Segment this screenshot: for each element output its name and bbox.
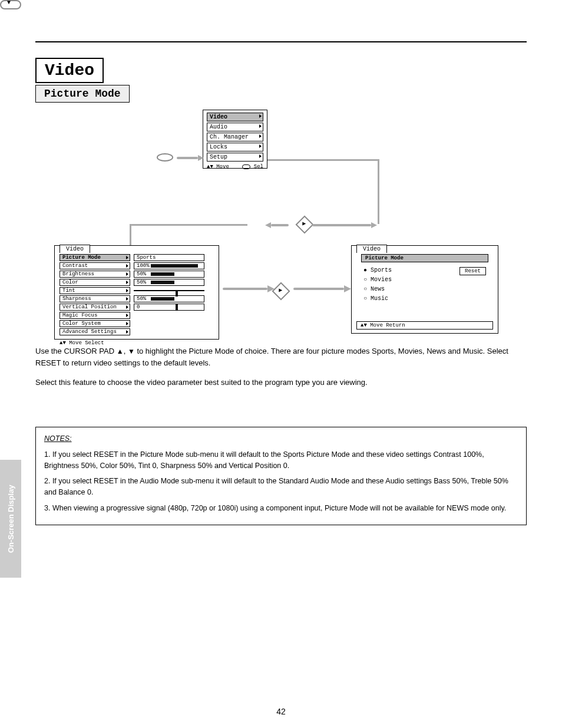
- connector-line: [267, 159, 379, 224]
- option-music[interactable]: Music: [363, 294, 392, 304]
- video-value: 50%: [134, 295, 204, 302]
- tab-video: Video: [59, 245, 90, 253]
- video-setting-color-system[interactable]: Color System: [59, 320, 130, 327]
- page-number: 42: [276, 707, 286, 716]
- video-value: 100%: [134, 262, 204, 269]
- video-setting-picture-mode[interactable]: Picture Mode: [59, 254, 130, 261]
- connector-line: [130, 224, 247, 245]
- top-rule: [35, 41, 527, 42]
- video-value: 50%: [134, 271, 204, 278]
- tab-video: Video: [356, 245, 387, 253]
- video-setting-vertical-position[interactable]: Vertical Position: [59, 304, 130, 311]
- sel-icon: [242, 164, 250, 169]
- video-value: 0: [134, 304, 204, 311]
- menu-item-video[interactable]: Video: [207, 113, 263, 121]
- submenu-title: Picture Mode: [361, 254, 488, 262]
- body-text: Use the CURSOR PAD ▲, ▼ to highlight the…: [35, 345, 527, 397]
- down-arrow-icon: ▼: [128, 347, 135, 355]
- submenu-options: Sports Movies News Music: [363, 266, 392, 304]
- description-line: Select this feature to choose the video …: [35, 377, 527, 388]
- note-1: 1. If you select RESET in the Picture Mo…: [44, 449, 518, 472]
- notes-heading: NOTES:: [44, 434, 72, 443]
- section-subtitle: Picture Mode: [35, 85, 130, 103]
- option-sports[interactable]: Sports: [363, 266, 392, 275]
- video-setting-brightness[interactable]: Brightness: [59, 271, 130, 278]
- footer-move: Move: [216, 164, 229, 170]
- side-tab-label: On-Screen Display: [0, 460, 21, 578]
- option-news[interactable]: News: [363, 285, 392, 294]
- menu-footer: ▲▼ Move Sel: [207, 163, 263, 170]
- menu-item-ch-manager[interactable]: Ch. Manager: [207, 133, 263, 141]
- cursor-down-icon: [0, 0, 21, 9]
- note-3: 3. When viewing a progressive signal (48…: [44, 503, 518, 514]
- video-setting-advanced-settings[interactable]: Advanced Settings: [59, 328, 130, 335]
- up-arrow-icon: ▲: [117, 347, 124, 355]
- notes-box: NOTES: 1. If you select RESET in the Pic…: [35, 427, 527, 525]
- menu-item-setup[interactable]: Setup: [207, 153, 263, 162]
- osd-main-menu: Video Audio Ch. Manager Locks Setup ▲▼ M…: [203, 110, 267, 169]
- video-value: Sports: [134, 254, 204, 261]
- video-setting-color[interactable]: Color: [59, 279, 130, 286]
- menu-item-audio[interactable]: Audio: [207, 123, 263, 131]
- video-setting-tint[interactable]: Tint: [59, 287, 130, 294]
- reset-button[interactable]: Reset: [459, 267, 486, 275]
- section-title: Video: [35, 58, 104, 83]
- menu-footer: ▲▼ Move Return: [356, 321, 493, 330]
- video-value: [134, 290, 204, 291]
- footer-sel: Sel: [254, 164, 263, 170]
- video-value: 50%: [134, 279, 204, 286]
- instruction-line: Use the CURSOR PAD ▲, ▼ to highlight the…: [35, 345, 527, 368]
- osd-video-menu: Video Picture ModeSportsContrast100%Brig…: [54, 245, 219, 340]
- osd-picture-mode-submenu: Video Picture Mode Sports Movies News Mu…: [351, 245, 498, 334]
- option-movies[interactable]: Movies: [363, 275, 392, 285]
- video-setting-contrast[interactable]: Contrast: [59, 262, 130, 269]
- video-setting-sharpness[interactable]: Sharpness: [59, 295, 130, 302]
- video-setting-magic-focus[interactable]: Magic Focus: [59, 312, 130, 319]
- remote-menu-button-icon: [157, 153, 173, 162]
- menu-item-locks[interactable]: Locks: [207, 143, 263, 151]
- note-2: 2. If you select RESET in the Audio Mode…: [44, 476, 518, 498]
- cursor-right-icon: [272, 282, 290, 300]
